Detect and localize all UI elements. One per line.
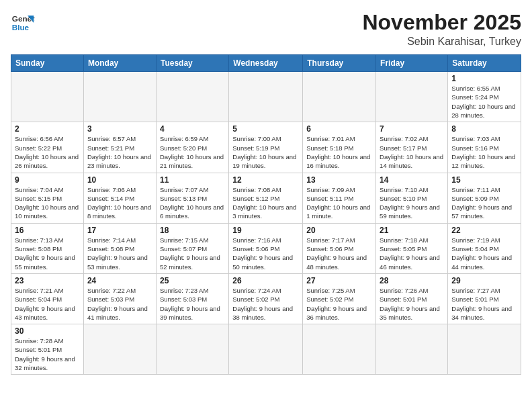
day-number: 6 — [306, 124, 372, 134]
day-number: 17 — [87, 226, 152, 235]
day-info: Sunrise: 7:04 AM Sunset: 5:15 PM Dayligh… — [15, 185, 80, 221]
calendar-cell: 14Sunrise: 7:10 AM Sunset: 5:10 PM Dayli… — [376, 173, 448, 223]
calendar-cell — [156, 324, 228, 375]
title-block: November 2025 Sebin Karahisar, Turkey — [362, 11, 521, 48]
calendar-cell: 7Sunrise: 7:02 AM Sunset: 5:17 PM Daylig… — [376, 122, 448, 173]
calendar-cell — [229, 324, 303, 375]
day-number: 5 — [232, 124, 299, 134]
calendar-cell — [303, 72, 376, 122]
week-row-6: 30Sunrise: 7:28 AM Sunset: 5:01 PM Dayli… — [11, 324, 521, 375]
day-number: 2 — [15, 124, 80, 134]
day-number: 19 — [232, 226, 299, 235]
day-info: Sunrise: 7:24 AM Sunset: 5:02 PM Dayligh… — [232, 286, 299, 322]
weekday-saturday: Saturday — [448, 55, 521, 72]
calendar-cell — [229, 72, 303, 122]
day-info: Sunrise: 7:21 AM Sunset: 5:04 PM Dayligh… — [15, 286, 80, 322]
calendar-cell: 8Sunrise: 7:03 AM Sunset: 5:16 PM Daylig… — [448, 122, 521, 173]
calendar-cell: 16Sunrise: 7:13 AM Sunset: 5:08 PM Dayli… — [11, 223, 84, 273]
day-number: 26 — [232, 276, 299, 285]
day-info: Sunrise: 7:14 AM Sunset: 5:08 PM Dayligh… — [87, 236, 152, 271]
day-info: Sunrise: 7:17 AM Sunset: 5:06 PM Dayligh… — [306, 236, 372, 271]
day-info: Sunrise: 6:59 AM Sunset: 5:20 PM Dayligh… — [160, 134, 225, 170]
day-number: 28 — [380, 276, 444, 285]
calendar-cell: 15Sunrise: 7:11 AM Sunset: 5:09 PM Dayli… — [448, 173, 521, 223]
calendar-cell: 12Sunrise: 7:08 AM Sunset: 5:12 PM Dayli… — [229, 173, 303, 223]
calendar-cell: 11Sunrise: 7:07 AM Sunset: 5:13 PM Dayli… — [156, 173, 228, 223]
weekday-thursday: Thursday — [303, 55, 376, 72]
day-info: Sunrise: 7:10 AM Sunset: 5:10 PM Dayligh… — [380, 185, 444, 221]
calendar-cell: 30Sunrise: 7:28 AM Sunset: 5:01 PM Dayli… — [11, 324, 84, 375]
weekday-friday: Friday — [376, 55, 448, 72]
day-number: 10 — [87, 175, 152, 185]
page: General Blue November 2025 Sebin Karahis… — [0, 0, 532, 411]
week-row-1: 1Sunrise: 6:55 AM Sunset: 5:24 PM Daylig… — [11, 72, 521, 122]
calendar-cell: 1Sunrise: 6:55 AM Sunset: 5:24 PM Daylig… — [448, 72, 521, 122]
calendar-cell: 2Sunrise: 6:56 AM Sunset: 5:22 PM Daylig… — [11, 122, 84, 173]
day-info: Sunrise: 7:16 AM Sunset: 5:06 PM Dayligh… — [232, 236, 299, 271]
day-number: 18 — [160, 226, 225, 235]
calendar-cell: 18Sunrise: 7:15 AM Sunset: 5:07 PM Dayli… — [156, 223, 228, 273]
day-info: Sunrise: 7:13 AM Sunset: 5:08 PM Dayligh… — [15, 236, 80, 271]
day-info: Sunrise: 6:56 AM Sunset: 5:22 PM Dayligh… — [15, 134, 80, 170]
day-number: 23 — [15, 276, 80, 285]
day-info: Sunrise: 7:25 AM Sunset: 5:02 PM Dayligh… — [306, 286, 372, 322]
day-info: Sunrise: 7:23 AM Sunset: 5:03 PM Dayligh… — [160, 286, 225, 322]
day-number: 15 — [451, 175, 517, 185]
day-number: 9 — [15, 175, 80, 185]
calendar-cell: 9Sunrise: 7:04 AM Sunset: 5:15 PM Daylig… — [11, 173, 84, 223]
day-number: 13 — [306, 175, 372, 185]
calendar-cell: 5Sunrise: 7:00 AM Sunset: 5:19 PM Daylig… — [229, 122, 303, 173]
day-info: Sunrise: 7:01 AM Sunset: 5:18 PM Dayligh… — [306, 134, 372, 170]
calendar-cell — [376, 324, 448, 375]
weekday-tuesday: Tuesday — [156, 55, 228, 72]
calendar-cell: 29Sunrise: 7:27 AM Sunset: 5:01 PM Dayli… — [448, 273, 521, 324]
day-info: Sunrise: 7:02 AM Sunset: 5:17 PM Dayligh… — [380, 134, 444, 170]
day-number: 4 — [160, 124, 225, 134]
day-number: 27 — [306, 276, 372, 285]
calendar-cell: 22Sunrise: 7:19 AM Sunset: 5:04 PM Dayli… — [448, 223, 521, 273]
calendar-cell: 17Sunrise: 7:14 AM Sunset: 5:08 PM Dayli… — [83, 223, 156, 273]
day-info: Sunrise: 7:27 AM Sunset: 5:01 PM Dayligh… — [451, 286, 517, 322]
day-number: 24 — [87, 276, 152, 285]
day-number: 21 — [380, 226, 444, 235]
logo: General Blue — [11, 11, 35, 35]
day-info: Sunrise: 7:08 AM Sunset: 5:12 PM Dayligh… — [232, 185, 299, 221]
calendar-cell: 6Sunrise: 7:01 AM Sunset: 5:18 PM Daylig… — [303, 122, 376, 173]
day-info: Sunrise: 7:18 AM Sunset: 5:05 PM Dayligh… — [380, 236, 444, 271]
calendar-cell: 13Sunrise: 7:09 AM Sunset: 5:11 PM Dayli… — [303, 173, 376, 223]
calendar-cell — [303, 324, 376, 375]
logo-icon: General Blue — [11, 11, 35, 35]
day-number: 22 — [451, 226, 517, 235]
calendar-cell: 28Sunrise: 7:26 AM Sunset: 5:01 PM Dayli… — [376, 273, 448, 324]
calendar-cell: 24Sunrise: 7:22 AM Sunset: 5:03 PM Dayli… — [83, 273, 156, 324]
day-info: Sunrise: 7:09 AM Sunset: 5:11 PM Dayligh… — [306, 185, 372, 221]
calendar-cell: 25Sunrise: 7:23 AM Sunset: 5:03 PM Dayli… — [156, 273, 228, 324]
calendar-cell: 23Sunrise: 7:21 AM Sunset: 5:04 PM Dayli… — [11, 273, 84, 324]
calendar-cell: 10Sunrise: 7:06 AM Sunset: 5:14 PM Dayli… — [83, 173, 156, 223]
weekday-wednesday: Wednesday — [229, 55, 303, 72]
day-info: Sunrise: 7:19 AM Sunset: 5:04 PM Dayligh… — [451, 236, 517, 271]
calendar-cell: 20Sunrise: 7:17 AM Sunset: 5:06 PM Dayli… — [303, 223, 376, 273]
calendar-cell — [448, 324, 521, 375]
day-info: Sunrise: 7:26 AM Sunset: 5:01 PM Dayligh… — [380, 286, 444, 322]
svg-text:Blue: Blue — [12, 23, 30, 32]
day-number: 1 — [451, 74, 517, 83]
calendar-subtitle: Sebin Karahisar, Turkey — [362, 36, 521, 48]
weekday-sunday: Sunday — [11, 55, 84, 72]
calendar-cell — [83, 324, 156, 375]
calendar-cell: 21Sunrise: 7:18 AM Sunset: 5:05 PM Dayli… — [376, 223, 448, 273]
calendar-cell: 19Sunrise: 7:16 AM Sunset: 5:06 PM Dayli… — [229, 223, 303, 273]
day-info: Sunrise: 7:22 AM Sunset: 5:03 PM Dayligh… — [87, 286, 152, 322]
week-row-4: 16Sunrise: 7:13 AM Sunset: 5:08 PM Dayli… — [11, 223, 521, 273]
day-number: 11 — [160, 175, 225, 185]
day-number: 8 — [451, 124, 517, 134]
day-number: 14 — [380, 175, 444, 185]
calendar-cell: 3Sunrise: 6:57 AM Sunset: 5:21 PM Daylig… — [83, 122, 156, 173]
day-number: 20 — [306, 226, 372, 235]
day-info: Sunrise: 7:06 AM Sunset: 5:14 PM Dayligh… — [87, 185, 152, 221]
day-number: 29 — [451, 276, 517, 285]
day-number: 7 — [380, 124, 444, 134]
calendar-cell — [376, 72, 448, 122]
day-info: Sunrise: 7:11 AM Sunset: 5:09 PM Dayligh… — [451, 185, 517, 221]
calendar-cell — [156, 72, 228, 122]
